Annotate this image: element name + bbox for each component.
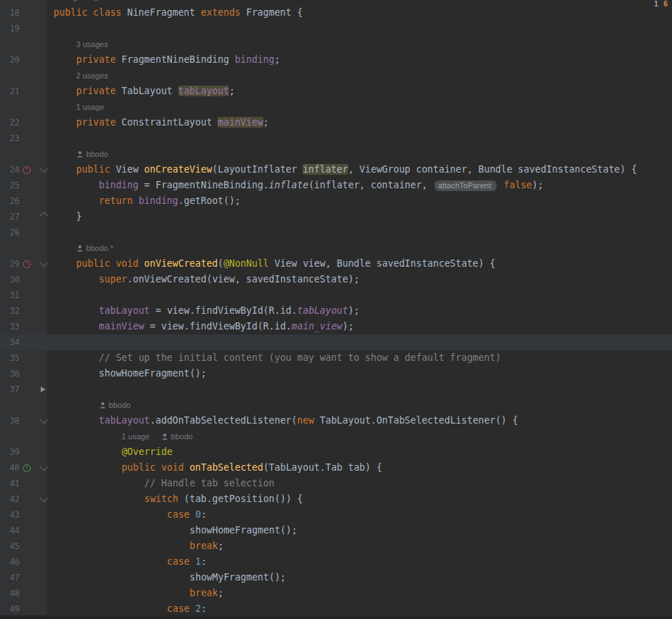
code-text[interactable]: switch (tab.getPosition()) {	[47, 491, 672, 507]
code-text[interactable]: break;	[47, 538, 672, 554]
code-text[interactable]: @Override	[47, 444, 672, 460]
line-number[interactable]: 18	[0, 8, 19, 18]
code-token: TabLayout	[121, 86, 178, 96]
code-text[interactable]: public class NineFragment extends Fragme…	[47, 5, 672, 21]
line-number[interactable]: 36	[0, 369, 19, 379]
code-text[interactable]: public void onTabSelected(TabLayout.Tab …	[47, 460, 672, 476]
code-text[interactable]: private ConstraintLayout mainView;	[47, 115, 672, 131]
author-inlay-hint[interactable]: bbodo	[76, 146, 108, 162]
inspections-widget[interactable]: 1 6	[654, 0, 668, 8]
inlay-hints[interactable]: bbodo	[47, 146, 672, 162]
code-line: 20private FragmentNineBinding binding;	[0, 52, 672, 68]
line-number[interactable]: 26	[0, 196, 19, 206]
usages-inlay-hint[interactable]: 3 usages	[76, 36, 108, 52]
line-number[interactable]: 27	[0, 212, 19, 222]
line-number[interactable]: 44	[0, 526, 19, 536]
line-number[interactable]: 28	[0, 227, 19, 237]
code-text[interactable]: // Handle tab selection	[47, 476, 672, 491]
code-text[interactable]: super.onViewCreated(view, savedInstanceS…	[47, 272, 672, 287]
line-number[interactable]: 45	[0, 541, 19, 551]
line-number[interactable]: 34	[0, 337, 19, 347]
inlay-hints[interactable]: 1 usagebbodo	[47, 429, 672, 444]
code-text[interactable]: // Set up the initial content (you may w…	[47, 350, 672, 366]
line-number[interactable]: 41	[0, 479, 19, 488]
line-number[interactable]: 39	[0, 447, 19, 457]
line-number[interactable]: 22	[0, 118, 19, 128]
highlighted-identifier: mainView	[218, 117, 263, 128]
override-method-icon[interactable]: ↑	[23, 260, 31, 268]
code-text[interactable]: mainView = view.findViewById(R.id.main_v…	[47, 319, 672, 334]
line-number[interactable]: 47	[0, 573, 19, 583]
code-line: 49case 2:	[0, 601, 672, 617]
line-number[interactable]: 49	[0, 604, 19, 614]
line-number[interactable]: 29	[0, 259, 19, 269]
code-text[interactable]: public void onViewCreated(@NonNull View …	[47, 256, 672, 272]
line-number[interactable]: 46	[0, 557, 19, 567]
code-token: binding	[235, 54, 275, 65]
code-text[interactable]: binding = FragmentNineBinding.inflate(in…	[47, 178, 672, 193]
code-text[interactable]: public View onCreateView(LayoutInflater …	[47, 162, 672, 178]
code-line: 43case 0:	[0, 507, 672, 523]
line-number[interactable]: 48	[0, 588, 19, 598]
code-token: void	[161, 462, 190, 473]
code-text[interactable]: showHomeFragment();	[47, 523, 672, 538]
code-token: = FragmentNineBinding.	[138, 180, 269, 190]
usages-inlay-hint[interactable]: 1 usage	[76, 99, 104, 115]
inlay-hints[interactable]: 3 usages	[47, 36, 672, 52]
usages-inlay-hint[interactable]: 1 usage	[54, 0, 81, 5]
inlay-hints[interactable]: bbodo	[47, 397, 672, 413]
usages-inlay-hint[interactable]: 1 usage	[121, 429, 149, 444]
code-token	[498, 180, 504, 190]
parameter-name-hint: attachToParent:	[434, 180, 497, 191]
override-method-icon[interactable]: ↑	[23, 166, 31, 174]
inlay-hints[interactable]: 1 usage	[47, 99, 672, 115]
line-number[interactable]: 33	[0, 322, 19, 332]
code-text[interactable]: return binding.getRoot();	[47, 193, 672, 209]
implementing-method-icon[interactable]: ↑	[23, 464, 31, 472]
line-number[interactable]: 21	[0, 86, 19, 96]
code-token: );	[348, 305, 360, 316]
code-line: 47showMyFragment();	[0, 570, 672, 585]
line-number[interactable]: 31	[0, 290, 19, 300]
code-text[interactable]: break;	[47, 585, 672, 601]
code-token: @Override	[121, 446, 172, 457]
line-number[interactable]: 20	[0, 55, 19, 65]
code-text[interactable]: case 2:	[47, 601, 672, 617]
line-number[interactable]: 23	[0, 133, 19, 143]
code-text[interactable]: showHomeFragment();	[47, 366, 672, 382]
code-token: tabLayout	[99, 415, 150, 426]
line-number[interactable]: 38	[0, 416, 19, 426]
inlay-hints[interactable]: 2 usages	[47, 68, 672, 83]
code-text[interactable]: }	[47, 209, 672, 225]
line-number[interactable]: 35	[0, 353, 19, 363]
code-text[interactable]: case 0:	[47, 507, 672, 523]
code-token: mainView	[99, 321, 145, 332]
author-inlay-hint[interactable]: bbodo	[93, 0, 125, 5]
code-token: extends	[200, 7, 246, 18]
code-text[interactable]: showMyFragment();	[47, 570, 672, 585]
author-inlay-hint[interactable]: bbodo	[161, 429, 193, 444]
line-number[interactable]: 32	[0, 306, 19, 316]
line-number[interactable]: 30	[0, 275, 19, 285]
code-text[interactable]: case 1:	[47, 554, 672, 570]
inlay-hints[interactable]: bbodo *	[47, 240, 672, 256]
code-text[interactable]: private TabLayout tabLayout;	[47, 83, 672, 99]
line-number[interactable]: 25	[0, 180, 19, 190]
warning-count-badge[interactable]: 6	[663, 0, 668, 8]
line-number[interactable]: 43	[0, 510, 19, 520]
inlay-hints[interactable]: 1 usagebbodo	[47, 0, 672, 5]
code-text[interactable]: tabLayout = view.findViewById(R.id.tabLa…	[47, 303, 672, 319]
code-text[interactable]: private FragmentNineBinding binding;	[47, 52, 672, 68]
gutter-fold-slot	[34, 496, 47, 502]
line-number[interactable]: 42	[0, 494, 19, 504]
inspection-count[interactable]: 1	[654, 0, 658, 8]
code-text[interactable]: tabLayout.addOnTabSelectedListener(new T…	[47, 413, 672, 429]
author-inlay-hint[interactable]: bbodo *	[76, 240, 113, 256]
usages-inlay-hint[interactable]: 2 usages	[76, 68, 108, 83]
line-number[interactable]: 19	[0, 24, 19, 34]
line-number[interactable]: 37	[0, 384, 19, 394]
line-number[interactable]: 24	[0, 165, 19, 175]
author-inlay-hint[interactable]: bbodo	[99, 397, 131, 413]
code-line: 44showHomeFragment();	[0, 523, 672, 538]
line-number[interactable]: 40	[0, 463, 19, 473]
